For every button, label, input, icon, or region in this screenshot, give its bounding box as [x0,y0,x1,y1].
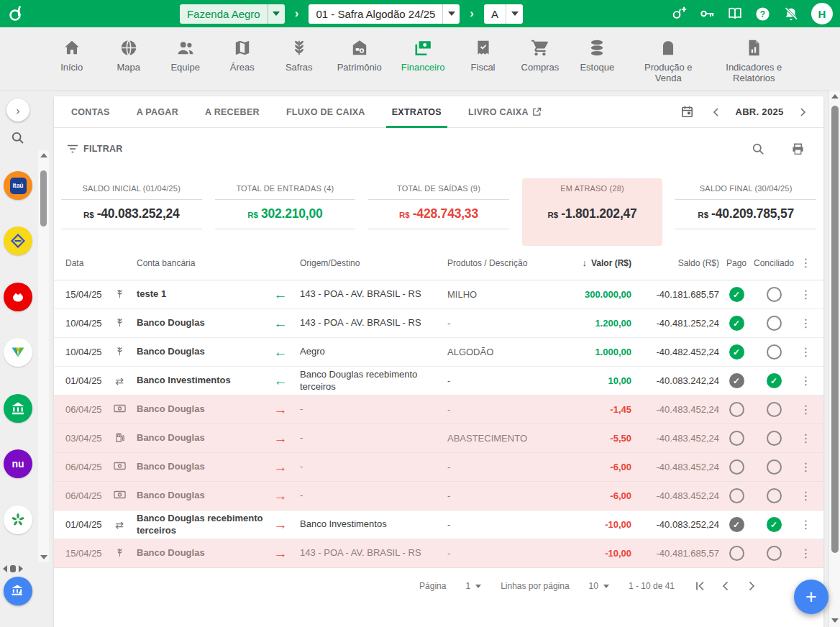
farm-selector-caret[interactable] [268,4,285,24]
reconciled-checkbox[interactable] [767,373,782,388]
sidebar-scrollbar-thumb[interactable] [40,170,47,226]
harvest-selector-caret[interactable] [442,4,460,24]
nav-item-compras[interactable]: Compras [521,38,560,73]
next-page-button[interactable] [746,580,757,592]
reconciled-checkbox[interactable] [767,546,782,561]
nav-item-fiscal[interactable]: Fiscal [465,38,502,73]
table-row[interactable]: 06/04/25 ⇄ Banco Douglas ← → - - -6,00 -… [54,482,823,511]
sidebar-horizontal-scrollbar[interactable] [3,564,36,573]
table-row[interactable]: 10/04/25 ⇄ Banco Douglas ← → Aegro ALGOD… [54,338,823,367]
page-scrollbar[interactable] [828,90,840,627]
filter-button[interactable]: FILTRAR [67,144,123,154]
reconciled-checkbox[interactable] [767,488,782,503]
table-row[interactable]: 10/04/25 ⇄ Banco Douglas ← → 143 - POA -… [54,309,823,338]
calendar-icon[interactable] [680,105,694,119]
column-header-pago[interactable]: Pago [719,258,754,268]
column-header-saldo[interactable]: Saldo (R$) [631,258,719,268]
reconciled-checkbox[interactable] [767,517,782,532]
paid-checkbox[interactable] [729,488,744,503]
table-row[interactable]: 03/04/25 ⇄ Banco Douglas ← → - ABASTECIM… [54,424,823,453]
paid-checkbox[interactable] [729,546,744,561]
table-row[interactable]: 01/04/25 ⇄ Banco Douglas recebimento ter… [54,511,823,539]
bank-item-cooperative-v[interactable] [4,338,32,367]
column-header-data[interactable]: Data [65,258,107,268]
rows-per-page-select[interactable]: 10 [589,581,609,591]
table-row[interactable]: 01/04/25 ⇄ Banco Investimentos ← → Banco… [54,367,823,395]
row-menu-button[interactable]: ⋮ [794,548,818,559]
reconciled-checkbox[interactable] [767,287,782,302]
bank-item-bank-generic[interactable] [4,394,32,423]
previous-page-button[interactable] [720,580,731,592]
reconciled-checkbox[interactable] [767,316,782,331]
paid-checkbox[interactable] [729,287,744,302]
column-header-produtos[interactable]: Produtos / Descrição [433,258,548,268]
aegro-logo-icon[interactable] [7,4,32,24]
row-menu-button[interactable]: ⋮ [794,347,818,358]
bank-item-banco-do-brasil[interactable] [4,226,32,255]
column-header-conciliado[interactable]: Conciliado [754,258,794,268]
print-icon[interactable] [791,142,805,156]
plot-selector[interactable]: A [484,4,523,24]
table-row[interactable]: 15/04/25 ⇄ Banco Douglas ← → 143 - POA -… [54,539,823,568]
column-header-valor[interactable]: ↓Valor (R$) [548,257,631,268]
table-menu-button[interactable]: ⋮ [794,257,818,269]
column-header-conta[interactable]: Conta bancária [132,258,272,268]
aegro-add-icon[interactable] [671,6,687,22]
scroll-down-icon[interactable] [831,618,839,623]
nav-item-inicio[interactable]: Início [53,38,91,73]
reconciled-checkbox[interactable] [767,431,782,446]
tab-a-pagar[interactable]: A PAGAR [135,96,180,128]
plot-selector-caret[interactable] [506,4,523,24]
tab-extratos[interactable]: EXTRATOS [391,96,443,128]
paid-checkbox[interactable] [729,517,744,532]
nav-item-producao-venda[interactable]: Produção e Venda [635,38,701,83]
tab-fluxo-de-caixa[interactable]: FLUXO DE CAIXA [285,96,367,128]
bank-item-nubank[interactable]: nu [4,449,32,478]
paid-checkbox[interactable] [729,344,744,360]
sidebar-expand-button[interactable]: › [6,99,29,122]
reconciled-checkbox[interactable] [767,344,782,360]
key-icon[interactable] [699,6,715,22]
add-transaction-fab[interactable]: + [794,580,828,614]
row-menu-button[interactable]: ⋮ [794,289,818,301]
next-month-button[interactable] [793,103,812,122]
scroll-down-icon[interactable] [40,555,47,559]
column-header-origem[interactable]: Origem/Destino [289,258,433,268]
row-menu-button[interactable]: ⋮ [794,433,818,444]
book-icon[interactable] [727,6,743,22]
nav-item-mapa[interactable]: Mapa [110,38,147,73]
scroll-right-icon[interactable] [19,565,23,572]
add-bank-account-button[interactable] [4,577,32,605]
search-icon[interactable] [11,131,25,148]
row-menu-button[interactable]: ⋮ [794,519,818,531]
paid-checkbox[interactable] [729,459,744,475]
previous-month-button[interactable] [707,103,726,122]
search-icon[interactable] [752,142,765,156]
tab-a-receber[interactable]: A RECEBER [204,96,261,128]
row-menu-button[interactable]: ⋮ [794,375,818,387]
harvest-selector[interactable]: 01 - Safra Algodão 24/25 [309,4,460,24]
farm-selector[interactable]: Fazenda Aegro [180,4,285,24]
reconciled-checkbox[interactable] [767,459,782,475]
nav-item-financeiro[interactable]: Financeiro [401,38,445,73]
paid-checkbox[interactable] [729,316,744,331]
reconciled-checkbox[interactable] [767,402,782,417]
nav-item-estoque[interactable]: Estoque [578,38,616,73]
notifications-off-icon[interactable] [783,6,799,22]
bank-item-cooperative-pinwheel[interactable] [4,505,32,534]
paid-checkbox[interactable] [729,402,744,417]
help-icon[interactable]: ? [755,6,771,22]
row-menu-button[interactable]: ⋮ [794,404,818,416]
scroll-up-icon[interactable] [40,153,47,157]
tab-livro-caixa[interactable]: LIVRO CAIXA [467,96,543,128]
horizontal-scroll-thumb[interactable] [10,565,16,572]
row-menu-button[interactable]: ⋮ [794,318,818,329]
page-scrollbar-thumb[interactable] [831,106,839,553]
nav-item-areas[interactable]: Áreas [224,38,261,73]
tab-contas[interactable]: CONTAS [70,96,111,128]
first-page-button[interactable] [694,580,706,592]
row-menu-button[interactable]: ⋮ [794,462,818,473]
table-row[interactable]: 06/04/25 ⇄ Banco Douglas ← → - - -6,00 -… [54,453,823,482]
bank-item-santander[interactable] [4,283,32,311]
avatar[interactable]: H [811,3,833,24]
